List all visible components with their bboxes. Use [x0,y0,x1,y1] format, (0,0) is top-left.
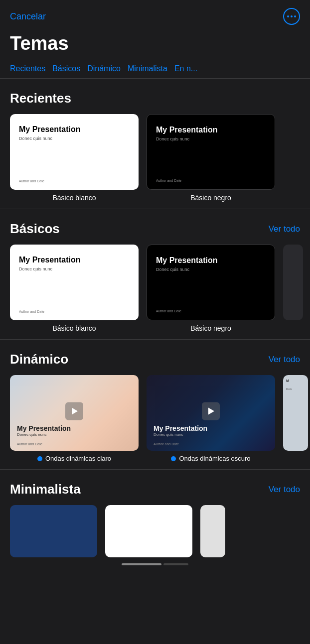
recientes-section: Recientes My Presentation Donec quis nun… [0,81,310,207]
recientes-card-black[interactable]: My Presentation Donec quis nunc Author a… [147,114,275,190]
basicos-section: Básicos Ver todo My Presentation Donec q… [0,211,310,337]
play-triangle-dark [208,407,214,414]
scroll-indicator [10,563,300,565]
dinamico-title: Dinámico [10,352,68,367]
cancel-button[interactable]: Cancelar [10,11,46,22]
dinamico-thumbs-row: My Presentation Donec quis nunc Author a… [10,375,300,462]
more-options-button[interactable] [283,8,300,25]
basicos-label-0: Básico blanco [52,324,96,332]
recientes-card-white[interactable]: My Presentation Donec quis nunc Author a… [10,114,139,190]
separator-3 [0,469,310,470]
dinamico-card-partial[interactable]: M Don [283,375,308,451]
tab-recientes[interactable]: Recientes [10,60,52,78]
page-title: Temas [0,29,310,60]
dyn-title-light: My Presentation [17,424,71,432]
play-triangle-light [72,407,78,414]
pres-mock-basicos-white: My Presentation Donec quis nunc Author a… [10,245,139,320]
more-dots-icon [287,15,296,17]
play-icon-light [65,402,83,420]
tab-basicos[interactable]: Básicos [52,60,87,78]
pres-author-black-0: Author and Date [156,179,266,182]
tab-en-n[interactable]: En n... [174,60,204,78]
scroll-bar-active [122,563,161,565]
dinamico-section: Dinámico Ver todo My Presentation Donec … [0,342,310,467]
basicos-card-white[interactable]: My Presentation Donec quis nunc Author a… [10,245,139,320]
tab-dinamico[interactable]: Dinámico [87,60,128,78]
tab-minimalista[interactable]: Minimalista [128,60,174,78]
dyn-author-light: Author and Date [17,442,42,446]
dot-icon-1 [171,456,176,461]
dinamico-label-1: Ondas dinámicas oscuro [179,455,250,462]
recientes-section-header: Recientes [10,91,300,106]
separator-1 [0,209,310,209]
pres-mock-basicos-black: My Presentation Donec quis nunc Author a… [147,245,275,320]
dinamico-dot-label-1: Ondas dinámicas oscuro [171,455,250,462]
pres-title-basicos-white: My Presentation [19,256,130,264]
separator-2 [0,339,310,340]
pres-title-white-0: My Presentation [19,125,130,134]
minimalista-card-partial[interactable] [200,505,225,557]
pres-author-basicos-black: Author and Date [156,309,266,313]
basicos-item-0: My Presentation Donec quis nunc Author a… [10,245,139,332]
minimalista-card-white[interactable] [105,505,192,557]
pres-author-basicos-white: Author and Date [19,310,130,313]
pres-title-black-0: My Presentation [156,126,266,134]
basicos-card-partial[interactable] [283,245,303,320]
minimalista-thumbs-row [10,505,300,557]
dinamico-item-1: My Presentation Donec quis nunc Author a… [147,375,275,462]
basicos-card-black[interactable]: My Presentation Donec quis nunc Author a… [147,245,275,320]
basicos-section-header: Básicos Ver todo [10,221,300,237]
dyn-partial-text: M [283,375,308,386]
dyn-partial-sub: Don [283,386,308,391]
pres-author-white-0: Author and Date [19,179,130,183]
recientes-item-0: My Presentation Donec quis nunc Author a… [10,114,139,202]
dyn-content-dark: My Presentation Donec quis nunc [154,424,207,437]
basicos-label-1: Básico negro [190,324,231,332]
basicos-see-all[interactable]: Ver todo [269,224,300,234]
dyn-title-dark: My Presentation [154,424,207,432]
basicos-item-2 [283,245,303,332]
pres-subtitle-basicos-black: Donec quis nunc [156,267,266,272]
minimalista-section: Minimalista Ver todo [0,472,310,570]
play-icon-dark [202,402,220,420]
minimalista-see-all[interactable]: Ver todo [269,485,300,495]
dinamico-card-dark[interactable]: My Presentation Donec quis nunc Author a… [147,375,275,451]
pres-subtitle-basicos-white: Donec quis nunc [19,266,130,271]
scroll-bar-inactive [163,563,188,565]
basicos-thumbs-row: My Presentation Donec quis nunc Author a… [10,245,300,332]
recientes-label-1: Básico negro [190,194,231,202]
basicos-title: Básicos [10,221,60,237]
minimalista-title: Minimalista [10,482,81,497]
pres-mock-white: My Presentation Donec quis nunc Author a… [10,114,139,190]
minimalista-card-blue[interactable] [10,505,97,557]
pres-title-basicos-black: My Presentation [156,256,266,265]
dinamico-item-0: My Presentation Donec quis nunc Author a… [10,375,139,462]
dot-icon-0 [37,456,42,461]
recientes-title: Recientes [10,91,71,106]
dyn-content-light: My Presentation Donec quis nunc [17,424,71,437]
pres-subtitle-white-0: Donec quis nunc [19,136,130,141]
minimalista-section-header: Minimalista Ver todo [10,482,300,497]
dinamico-dot-label-0: Ondas dinámicas claro [37,455,111,462]
recientes-item-1: My Presentation Donec quis nunc Author a… [147,114,275,202]
pres-subtitle-black-0: Donec quis nunc [156,136,266,141]
dinamico-item-2: M Don [283,375,308,462]
dinamico-card-light[interactable]: My Presentation Donec quis nunc Author a… [10,375,139,451]
dyn-sub-light: Donec quis nunc [17,432,71,437]
dyn-sub-dark: Donec quis nunc [154,432,207,437]
dinamico-section-header: Dinámico Ver todo [10,352,300,367]
tab-bar: Recientes Básicos Dinámico Minimalista E… [0,60,310,79]
recientes-thumbs-row: My Presentation Donec quis nunc Author a… [10,114,300,202]
dinamico-see-all[interactable]: Ver todo [269,355,300,365]
header: Cancelar [0,0,310,29]
dinamico-label-0: Ondas dinámicas claro [45,455,111,462]
dyn-author-dark: Author and Date [154,442,179,446]
pres-mock-black: My Presentation Donec quis nunc Author a… [147,115,275,189]
basicos-item-1: My Presentation Donec quis nunc Author a… [147,245,275,332]
recientes-label-0: Básico blanco [52,194,96,202]
